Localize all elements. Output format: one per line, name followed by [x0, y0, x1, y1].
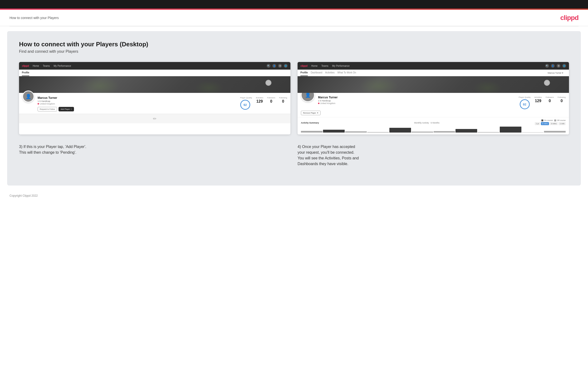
screenshot2-golf-banner [298, 76, 569, 93]
header-divider [9, 26, 579, 26]
screenshot2-tab-profile[interactable]: Profile [300, 70, 308, 76]
screenshot1-player-name: Marcus Turner [38, 96, 237, 100]
screenshot2-logo: clippd [300, 64, 307, 67]
screenshot1-nav-teams[interactable]: Teams [43, 65, 50, 67]
on-course-dot [541, 119, 543, 121]
screenshot1-player-info: Marcus Turner 1-5 Handicap United Kingdo… [38, 96, 237, 111]
screenshot1-followers-value: 0 [267, 99, 275, 104]
bar-11 [522, 132, 544, 133]
descriptions-row: 3) If this is your Player tap, 'Add Play… [19, 142, 569, 169]
screenshot2-navbar-icons: 🔍 👤 ⚙ 🌐 [545, 64, 566, 68]
time-filter-buttons: 1 yr 6 mths 3 mths 1 mth [535, 122, 566, 125]
bar-7 [434, 131, 455, 133]
screenshot1-golf-banner [19, 76, 290, 93]
screenshot2-search-icon[interactable]: 🔍 [545, 64, 549, 68]
screenshot2-tab-right[interactable]: Marcus Turner ▾ [545, 72, 566, 74]
bar-8 [456, 129, 477, 133]
off-course-label: Off course [557, 119, 566, 121]
bar-3 [345, 131, 367, 133]
screenshot2-following-label: Following [558, 96, 566, 98]
screenshot1-player-handicap: 1-5 Handicap [38, 100, 237, 102]
screenshot2-followers-value: 0 [546, 99, 554, 103]
time-btn-1yr[interactable]: 1 yr [535, 122, 540, 125]
screenshot1-following-stat: Following 0 [279, 97, 287, 104]
screenshot1-location-text: United Kingdom [40, 103, 55, 105]
screenshot1-quality-wrapper: Player Quality 92 [240, 97, 252, 110]
screenshot2-tab-dashboard[interactable]: Dashboard [311, 70, 322, 76]
screenshot1-quality-circle: 92 [240, 100, 250, 110]
settings-icon[interactable]: ⚙ [278, 64, 282, 68]
user-icon[interactable]: 👤 [272, 64, 276, 68]
off-course-dot [554, 119, 556, 121]
search-icon[interactable]: 🔍 [267, 64, 270, 68]
add-player-button[interactable]: Add Player + [59, 107, 74, 111]
bar-4 [367, 132, 389, 133]
time-btn-1mth[interactable]: 1 mth [559, 122, 566, 125]
time-btn-3mths[interactable]: 3 mths [550, 122, 558, 125]
clippd-logo: clippd [560, 14, 579, 22]
activity-summary-center: Monthly Activity · 6 Months [414, 120, 440, 125]
screenshot2-player-location: United Kingdom [318, 102, 515, 105]
screenshot2-activity-summary: Activity Summary Monthly Activity · 6 Mo… [298, 117, 569, 134]
time-btn-6mths[interactable]: 6 mths [541, 122, 549, 125]
globe-icon[interactable]: 🌐 [284, 64, 288, 68]
screenshot2-nav-home[interactable]: Home [311, 65, 318, 67]
screenshot1-activities-label: Activities [256, 97, 263, 99]
request-follow-button[interactable]: Request to Follow [38, 107, 57, 111]
screenshot1-navbar-icons: 🔍 👤 ⚙ 🌐 [267, 64, 288, 68]
screenshot1-tab-profile[interactable]: Profile [22, 70, 29, 76]
screenshot2-stats-group: Player Quality 92 Activities 129 Followe… [519, 96, 566, 109]
screenshot2-tab-activities[interactable]: Activities [325, 70, 334, 76]
screenshot2-quality-circle: 92 [520, 99, 530, 109]
page-heading: How to connect with your Players (Deskto… [19, 41, 569, 48]
screenshot1-followers-label: Followers [267, 97, 275, 99]
screenshot2-globe-icon[interactable]: 🌐 [562, 64, 566, 68]
screenshot2-user-icon[interactable]: 👤 [551, 64, 555, 68]
description-left-text: 3) If this is your Player tap, 'Add Play… [19, 144, 290, 155]
activity-summary-header: Activity Summary Monthly Activity · 6 Mo… [301, 119, 566, 125]
bar-2 [323, 130, 345, 133]
screenshot1-following-label: Following [279, 97, 287, 99]
location-dot [38, 103, 39, 105]
screenshot2-player-handicap: 1-5 Handicap [318, 100, 515, 102]
screenshot1-bottom: ✏ [19, 114, 290, 123]
screenshot1-nav-performance[interactable]: My Performance [54, 65, 71, 67]
screenshots-row: clippd Home Teams My Performance 🔍 👤 ⚙ 🌐… [19, 62, 569, 134]
screenshot1-stats-group: Player Quality 92 Activities 129 Followe… [240, 97, 287, 110]
copyright-text: Copyright Clippd 2022 [9, 194, 38, 197]
bar-10 [500, 127, 521, 133]
screenshot2-player-name: Marcus Turner [318, 96, 515, 99]
screenshot2-tab-whattoworkon[interactable]: What To Work On [337, 70, 356, 76]
bar-12 [544, 131, 566, 133]
screenshot2-nav-performance[interactable]: My Performance [332, 65, 350, 67]
remove-player-button[interactable]: Remove Player ✕ [301, 111, 321, 115]
screenshot2-navbar: clippd Home Teams My Performance 🔍 👤 ⚙ 🌐 [298, 62, 569, 70]
screenshot2-activities-value: 129 [534, 99, 542, 103]
avatar-icon: 👤 [26, 94, 31, 99]
screenshot1-buttons: Request to Follow Add Player + [38, 107, 237, 111]
screenshot2-nav-teams[interactable]: Teams [321, 65, 328, 67]
screenshot2-activities-stat: Activities 129 [534, 96, 542, 103]
screenshot2-activities-label: Activities [534, 96, 542, 98]
top-bar [0, 0, 588, 8]
screenshot1-followers-stat: Followers 0 [267, 97, 275, 104]
description-right-text: 4) Once your Player has acceptedyour req… [298, 144, 569, 167]
header: How to connect with your Players clippd [0, 10, 588, 26]
screenshot1-activities-value: 129 [256, 99, 263, 104]
screenshot2-tabs-left: Profile Dashboard Activities What To Wor… [300, 70, 356, 76]
activity-summary-left: Activity Summary [301, 120, 319, 125]
screenshot1-activities-stat: Activities 129 [256, 97, 263, 104]
screenshot1-player-location: United Kingdom [38, 103, 237, 105]
bar-9 [478, 132, 499, 133]
screenshot1-nav-home[interactable]: Home [33, 65, 39, 67]
screenshot1-quality-label: Player Quality [240, 97, 252, 99]
screenshot1-player-profile: 👤 Marcus Turner 1-5 Handicap United King… [19, 93, 290, 114]
on-course-label: On course [544, 119, 553, 121]
activity-summary-title: Activity Summary [301, 122, 319, 124]
screenshot2-tabs: Profile Dashboard Activities What To Wor… [298, 70, 569, 76]
screenshot1-avatar: 👤 [22, 91, 34, 102]
screenshot2-settings-icon[interactable]: ⚙ [557, 64, 560, 68]
screenshot2-following-value: 0 [558, 99, 566, 103]
remove-btn-area: Remove Player ✕ [298, 111, 569, 117]
activity-bar-chart [301, 127, 566, 133]
